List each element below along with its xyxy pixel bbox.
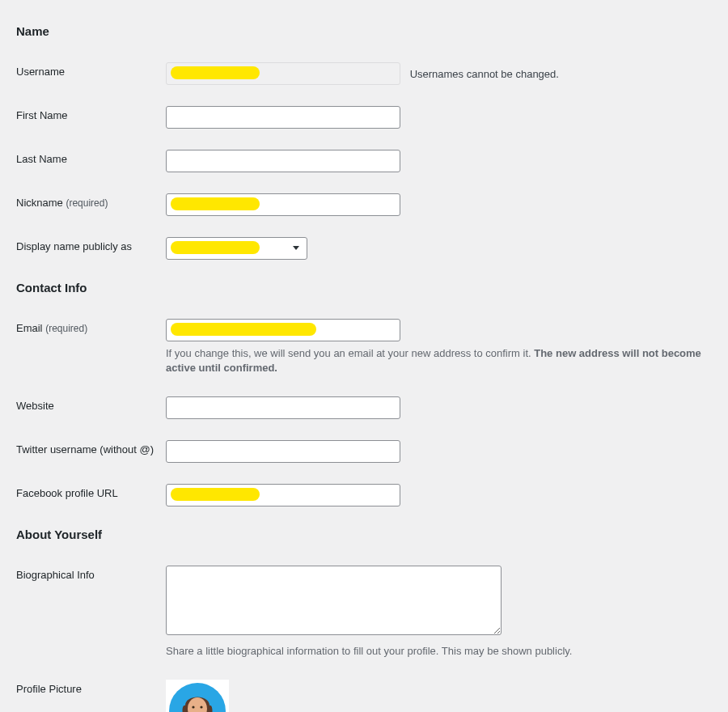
label-website: Website: [16, 400, 54, 412]
label-facebook: Facebook profile URL: [16, 487, 118, 499]
email-input[interactable]: [166, 319, 400, 341]
label-nickname: Nickname (required): [16, 197, 108, 209]
label-email: Email (required): [16, 322, 87, 334]
website-input[interactable]: [166, 396, 400, 419]
username-input: [166, 62, 400, 85]
nickname-input[interactable]: [166, 193, 400, 216]
label-profile-picture: Profile Picture: [16, 683, 82, 695]
section-heading-contact: Contact Info: [16, 281, 712, 295]
facebook-input[interactable]: [166, 484, 400, 506]
label-last-name: Last Name: [16, 153, 67, 165]
svg-point-3: [200, 706, 202, 709]
label-username: Username: [16, 66, 65, 78]
section-heading-about: About Yourself: [16, 528, 712, 541]
bio-textarea[interactable]: [166, 566, 502, 635]
section-heading-name: Name: [16, 24, 712, 38]
twitter-input[interactable]: [166, 440, 400, 463]
last-name-input[interactable]: [166, 150, 400, 172]
label-display-name: Display name publicly as: [16, 240, 132, 252]
email-note: If you change this, we will send you an …: [166, 346, 712, 375]
username-note: Usernames cannot be changed.: [410, 68, 559, 80]
label-bio: Biographical Info: [16, 569, 95, 581]
avatar: [166, 680, 229, 712]
label-first-name: First Name: [16, 109, 68, 121]
svg-point-2: [192, 706, 194, 709]
label-twitter: Twitter username (without @): [16, 443, 154, 456]
bio-description: Share a little biographical information …: [166, 644, 712, 659]
display-name-select[interactable]: [166, 237, 307, 260]
first-name-input[interactable]: [166, 106, 400, 129]
